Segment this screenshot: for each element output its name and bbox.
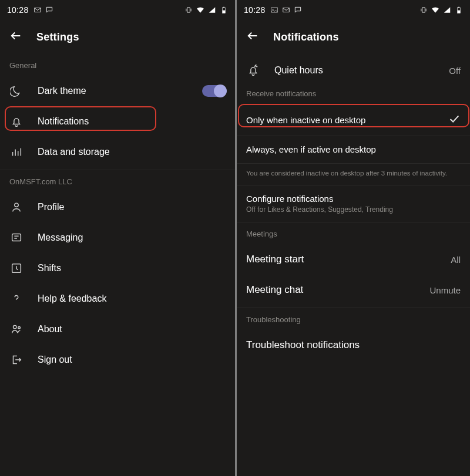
battery-icon: [220, 6, 228, 14]
option-always-label: Always, even if active on desktop: [246, 144, 376, 154]
clock-icon: [9, 261, 24, 275]
svg-rect-4: [12, 234, 21, 241]
svg-rect-1: [223, 11, 226, 13]
help-label: Help & feedback: [38, 293, 226, 304]
status-time: 10:28: [244, 5, 266, 15]
section-meetings: Meetings: [237, 225, 470, 244]
sign-out-icon: [9, 353, 24, 367]
status-bar: 10:28: [0, 0, 235, 19]
row-sign-out[interactable]: Sign out: [0, 345, 235, 375]
mail-icon: [33, 6, 42, 14]
row-meeting-chat[interactable]: Meeting chat Unmute: [237, 275, 470, 305]
meeting-start-label: Meeting start: [246, 254, 304, 265]
page-title: Notifications: [273, 31, 339, 43]
dark-theme-label: Dark theme: [38, 86, 188, 96]
configure-sub: Off for Likes & Reactions, Suggested, Tr…: [246, 205, 461, 214]
quiet-hours-icon: [246, 63, 260, 77]
messaging-label: Messaging: [38, 232, 226, 243]
svg-point-9: [272, 9, 273, 10]
phone-notifications: 10:28 Notifications Quiet hours Off Rece…: [235, 0, 470, 476]
phone-settings: 10:28 Settings General Dark theme: [0, 0, 235, 476]
inactivity-note: You are considered inactive on desktop a…: [237, 164, 470, 185]
configure-label: Configure notifications: [246, 194, 461, 204]
notifications-label: Notifications: [38, 116, 226, 127]
svg-point-7: [18, 326, 21, 329]
section-troubleshoot: Troubleshooting: [237, 310, 470, 330]
status-time: 10:28: [7, 5, 29, 15]
back-button[interactable]: [246, 29, 259, 45]
row-dark-theme[interactable]: Dark theme: [0, 76, 235, 106]
shifts-label: Shifts: [38, 263, 226, 274]
moon-icon: [9, 84, 24, 98]
message-icon: [45, 6, 53, 14]
back-button[interactable]: [9, 29, 22, 45]
meeting-chat-label: Meeting chat: [246, 284, 303, 296]
section-general: General: [0, 56, 235, 76]
signal-icon: [443, 6, 451, 14]
battery-icon: [455, 6, 463, 14]
image-icon: [270, 6, 278, 14]
section-org: OnMSFT.com LLC: [0, 173, 235, 192]
meeting-start-value: All: [451, 255, 461, 265]
row-about[interactable]: About: [0, 314, 235, 345]
help-icon: [9, 292, 24, 306]
about-label: About: [38, 324, 226, 335]
page-title: Settings: [36, 31, 79, 43]
svg-rect-2: [223, 7, 224, 8]
app-bar: Settings: [0, 19, 235, 56]
quiet-hours-label: Quiet hours: [274, 65, 435, 76]
signal-icon: [208, 6, 216, 14]
vibrate-icon: [419, 6, 428, 14]
row-meeting-start[interactable]: Meeting start All: [237, 244, 470, 275]
svg-point-3: [15, 203, 18, 207]
divider: [0, 170, 235, 170]
message-icon: [294, 6, 302, 14]
row-help[interactable]: Help & feedback: [0, 283, 235, 314]
bell-icon: [9, 114, 24, 129]
messaging-icon: [9, 231, 24, 245]
row-quiet-hours[interactable]: Quiet hours Off: [237, 56, 470, 85]
profile-icon: [9, 200, 24, 214]
row-messaging[interactable]: Messaging: [0, 222, 235, 253]
svg-point-6: [14, 326, 17, 329]
row-shifts[interactable]: Shifts: [0, 253, 235, 283]
meeting-chat-value: Unmute: [429, 285, 461, 295]
option-inactive-label: Only when inactive on desktop: [246, 115, 365, 125]
row-profile[interactable]: Profile: [0, 192, 235, 222]
profile-label: Profile: [38, 202, 226, 212]
section-receive: Receive notifications: [237, 85, 470, 104]
teams-icon: [9, 322, 24, 336]
sign-out-label: Sign out: [38, 355, 226, 365]
wifi-icon: [431, 6, 439, 14]
row-troubleshoot[interactable]: Troubleshoot notifications: [237, 330, 470, 360]
vibrate-icon: [184, 6, 193, 14]
data-storage-label: Data and storage: [38, 147, 226, 157]
divider: [237, 308, 470, 308]
dark-theme-toggle[interactable]: [202, 85, 226, 97]
wifi-icon: [196, 6, 204, 14]
row-configure-notifications[interactable]: Configure notifications Off for Likes & …: [237, 185, 470, 222]
mail-icon: [282, 6, 290, 14]
data-icon: [9, 145, 24, 159]
troubleshoot-label: Troubleshoot notifications: [246, 339, 360, 351]
quiet-hours-value: Off: [449, 66, 461, 76]
svg-rect-12: [458, 7, 459, 8]
row-notifications[interactable]: Notifications: [0, 106, 235, 137]
app-bar: Notifications: [237, 19, 470, 56]
row-data-storage[interactable]: Data and storage: [0, 137, 235, 167]
option-inactive-desktop[interactable]: Only when inactive on desktop: [237, 104, 470, 136]
svg-rect-8: [271, 8, 277, 12]
status-bar: 10:28: [237, 0, 470, 19]
option-always[interactable]: Always, even if active on desktop: [237, 136, 470, 164]
check-icon: [448, 112, 461, 127]
svg-rect-11: [458, 11, 461, 13]
